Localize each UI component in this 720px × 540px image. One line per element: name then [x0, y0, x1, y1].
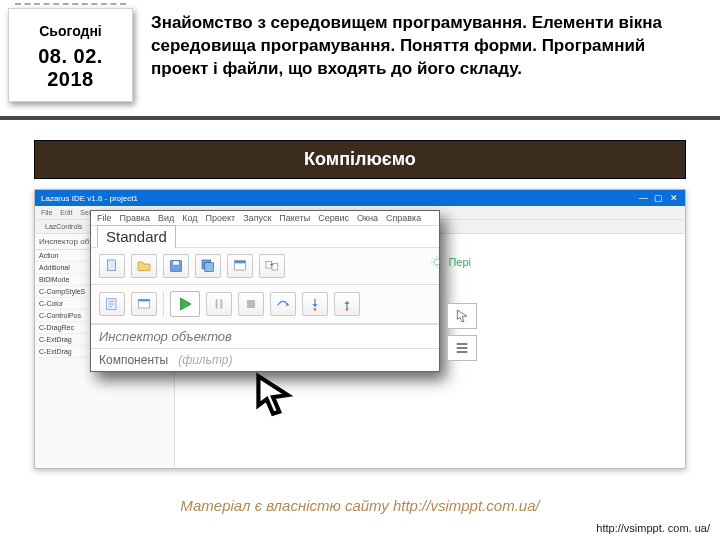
popup-components-row: Компоненты (фильтр) [91, 349, 439, 371]
popup-menu-item[interactable]: Проект [206, 213, 236, 223]
maximize-icon[interactable]: ▢ [654, 193, 664, 203]
popup-cursor-tool [447, 303, 477, 361]
popup-menu-item[interactable]: Окна [357, 213, 378, 223]
popup-menu[interactable]: File Правка Вид Код Проект Запуск Пакеты… [91, 211, 439, 226]
ide-window-title: Lazarus IDE v1.6 - project1 [41, 194, 138, 203]
run-button[interactable] [170, 291, 200, 317]
ide-titlebar: Lazarus IDE v1.6 - project1 — ▢ ✕ [35, 190, 685, 206]
svg-rect-2 [173, 261, 178, 264]
pointer-tool-icon[interactable] [447, 303, 477, 329]
zoom-popup: File Правка Вид Код Проект Запуск Пакеты… [90, 210, 440, 372]
gear-icon [430, 255, 444, 269]
pause-icon[interactable] [206, 292, 232, 316]
popup-inspector-title: Инспектор объектов [91, 324, 439, 349]
menu-tool-icon[interactable] [447, 335, 477, 361]
date-value: 08. 02. 2018 [13, 45, 128, 91]
step-into-icon[interactable] [302, 292, 328, 316]
minimize-icon[interactable]: — [639, 193, 649, 203]
step-over-icon[interactable] [270, 292, 296, 316]
svg-point-17 [434, 259, 440, 265]
separator [163, 292, 164, 316]
save-all-icon[interactable] [195, 254, 221, 278]
svg-rect-12 [216, 299, 218, 308]
units-icon[interactable] [99, 292, 125, 316]
svg-point-15 [314, 308, 317, 311]
new-file-icon[interactable] [99, 254, 125, 278]
footer-watermark: Матеріал є власністю сайту http://vsimpp… [0, 497, 720, 514]
close-icon[interactable]: ✕ [669, 193, 679, 203]
popup-menu-item[interactable]: Сервис [318, 213, 349, 223]
window-buttons[interactable]: — ▢ ✕ [636, 193, 679, 203]
date-card: Сьогодні 08. 02. 2018 [8, 8, 133, 102]
page-title: Знайомство з середовищем програмування. … [151, 8, 702, 81]
svg-rect-0 [107, 260, 115, 271]
section-title: Компілюємо [34, 140, 686, 179]
open-icon[interactable] [131, 254, 157, 278]
popup-menu-item[interactable]: Код [182, 213, 197, 223]
svg-rect-13 [220, 299, 222, 308]
big-cursor-icon [248, 370, 298, 424]
popup-components-label: Компоненты [99, 353, 168, 367]
step-out-icon[interactable] [334, 292, 360, 316]
save-icon[interactable] [163, 254, 189, 278]
popup-menu-item[interactable]: Правка [120, 213, 150, 223]
svg-rect-6 [235, 261, 246, 264]
popup-toolbar-row2 [91, 285, 439, 324]
popup-menu-item[interactable]: Вид [158, 213, 174, 223]
popup-menu-item[interactable]: File [97, 213, 112, 223]
ide-menu-item[interactable]: File [41, 209, 52, 216]
today-label: Сьогодні [13, 23, 128, 39]
svg-rect-4 [205, 263, 214, 272]
popup-menu-item[interactable]: Пакеты [279, 213, 310, 223]
popup-menu-item[interactable]: Справка [386, 213, 421, 223]
svg-point-16 [346, 308, 349, 311]
stop-icon[interactable] [238, 292, 264, 316]
switch-form-icon[interactable] [259, 254, 285, 278]
popup-tab-standard[interactable]: Standard [97, 225, 176, 248]
popup-component-tabs[interactable]: Standard [91, 226, 439, 248]
popup-peri-label: Пері [430, 255, 471, 269]
popup-toolbar-row1 [91, 248, 439, 285]
popup-filter-placeholder[interactable]: (фильтр) [178, 353, 232, 367]
svg-rect-11 [139, 299, 150, 301]
forms-icon[interactable] [131, 292, 157, 316]
ide-menu-item[interactable]: Edit [60, 209, 72, 216]
svg-rect-14 [247, 300, 255, 308]
new-form-icon[interactable] [227, 254, 253, 278]
footer-url: http://vsimppt. com. ua/ [596, 522, 710, 534]
popup-menu-item[interactable]: Запуск [243, 213, 271, 223]
ide-tab[interactable]: LazControls [41, 222, 86, 231]
